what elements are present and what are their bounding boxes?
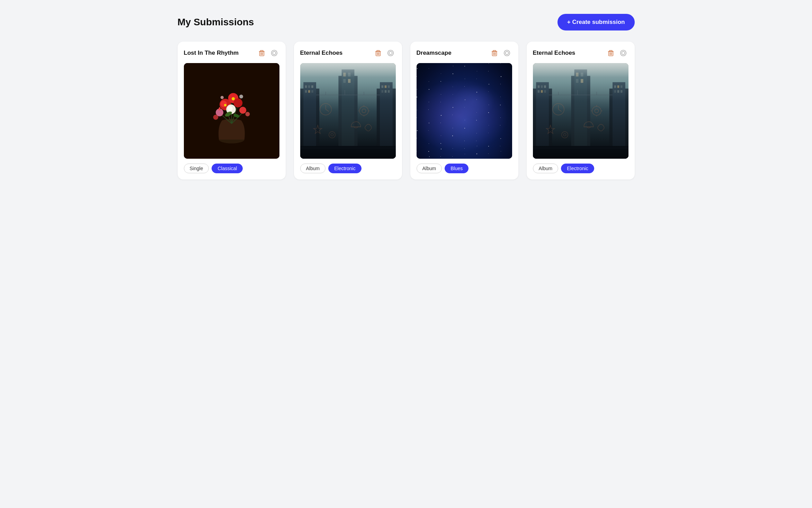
svg-rect-47: [380, 82, 393, 159]
svg-rect-107: [614, 90, 616, 93]
card-header: Dreamscape: [417, 48, 512, 58]
card-tags: AlbumBlues: [417, 164, 512, 173]
svg-point-70: [362, 109, 366, 113]
card-tags: AlbumElectronic: [533, 164, 628, 173]
svg-point-36: [389, 51, 392, 54]
svg-rect-51: [381, 90, 383, 93]
svg-point-6: [273, 51, 276, 54]
svg-rect-39: [303, 82, 316, 159]
svg-rect-100: [541, 90, 543, 93]
svg-rect-93: [533, 63, 628, 159]
svg-rect-50: [388, 85, 390, 88]
svg-rect-59: [348, 79, 350, 83]
svg-rect-98: [544, 85, 546, 88]
svg-point-78: [331, 133, 333, 136]
svg-rect-65: [300, 148, 396, 149]
svg-point-23: [224, 104, 226, 106]
tag-label: Classical: [212, 164, 243, 173]
svg-rect-46: [376, 89, 395, 159]
svg-point-133: [561, 132, 568, 138]
svg-rect-104: [614, 85, 616, 88]
card-actions: [606, 48, 628, 58]
delete-button[interactable]: [489, 48, 500, 58]
delete-button[interactable]: [606, 48, 616, 58]
svg-point-85: [505, 51, 508, 54]
tag-label: Album: [533, 164, 559, 173]
svg-point-134: [563, 133, 566, 136]
svg-point-27: [245, 112, 250, 116]
card-title: Dreamscape: [417, 50, 487, 56]
tag-label: Album: [300, 164, 326, 173]
svg-rect-43: [305, 90, 307, 93]
card-tags: AlbumElectronic: [300, 164, 396, 173]
svg-point-19: [227, 106, 233, 111]
svg-rect-56: [343, 73, 346, 77]
card-image: [184, 63, 279, 159]
svg-rect-57: [348, 73, 350, 77]
delete-button[interactable]: [257, 48, 267, 58]
share-button[interactable]: [502, 48, 512, 58]
svg-rect-110: [571, 76, 590, 159]
tag-label: Electronic: [328, 164, 361, 173]
svg-rect-48: [381, 85, 383, 88]
svg-point-29: [220, 96, 223, 99]
svg-rect-55: [341, 69, 354, 159]
svg-point-26: [213, 115, 218, 120]
svg-point-69: [359, 106, 368, 115]
card-actions: [489, 48, 512, 58]
svg-rect-109: [621, 90, 623, 93]
svg-point-35: [387, 50, 393, 56]
svg-rect-105: [617, 85, 619, 88]
submission-card-3: Dreamscape AlbumBlues: [410, 42, 518, 179]
tag-label: Album: [417, 164, 442, 173]
svg-rect-37: [300, 63, 396, 159]
svg-line-68: [325, 109, 329, 111]
svg-rect-120: [533, 146, 628, 159]
card-header: Eternal Echoes: [533, 48, 628, 58]
svg-rect-44: [308, 90, 310, 93]
svg-rect-49: [384, 85, 386, 88]
page-wrapper: My Submissions + Create submission Lost …: [164, 0, 649, 193]
create-submission-button[interactable]: + Create submission: [557, 14, 635, 30]
svg-rect-53: [388, 90, 390, 93]
svg-point-22: [232, 97, 235, 100]
svg-point-122: [553, 104, 564, 115]
svg-point-28: [239, 95, 243, 98]
svg-point-17: [233, 98, 242, 107]
share-button[interactable]: [269, 48, 279, 58]
svg-rect-42: [311, 85, 313, 88]
delete-button[interactable]: [373, 48, 383, 58]
svg-rect-95: [536, 82, 549, 159]
submissions-grid: Lost In The Rhythm: [178, 42, 635, 179]
card-actions: [373, 48, 396, 58]
card-header: Eternal Echoes: [300, 48, 396, 58]
svg-rect-97: [541, 85, 543, 88]
svg-point-125: [592, 106, 601, 115]
svg-point-126: [595, 109, 598, 113]
svg-point-21: [239, 107, 246, 114]
svg-rect-102: [609, 89, 628, 159]
svg-rect-111: [574, 69, 587, 159]
svg-point-84: [504, 50, 510, 56]
svg-rect-121: [533, 148, 628, 149]
svg-rect-101: [544, 90, 546, 93]
card-title: Eternal Echoes: [533, 50, 603, 56]
page-title: My Submissions: [178, 17, 254, 28]
share-button[interactable]: [618, 48, 628, 58]
tag-label: Electronic: [561, 164, 594, 173]
svg-rect-40: [305, 85, 307, 88]
svg-marker-75: [313, 125, 322, 133]
page-header: My Submissions + Create submission: [178, 14, 635, 30]
share-button[interactable]: [385, 48, 396, 58]
svg-rect-54: [338, 76, 357, 159]
card-header: Lost In The Rhythm: [184, 48, 279, 58]
tag-label: Blues: [445, 164, 469, 173]
svg-point-66: [320, 104, 331, 115]
submission-card-1: Lost In The Rhythm: [178, 42, 286, 179]
svg-rect-41: [308, 85, 310, 88]
svg-point-91: [620, 50, 626, 56]
svg-marker-131: [546, 125, 554, 133]
svg-rect-45: [311, 90, 313, 93]
card-image: [417, 63, 512, 159]
svg-rect-52: [384, 90, 386, 93]
